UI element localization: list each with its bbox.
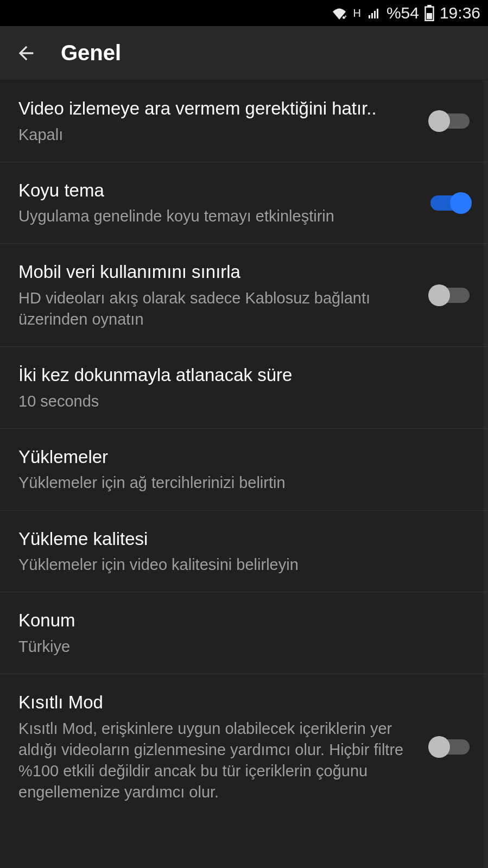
- svg-rect-4: [374, 11, 376, 18]
- setting-restricted-mode[interactable]: Kısıtlı Mod Kısıtlı Mod, erişkinlere uyg…: [0, 674, 488, 819]
- setting-title: Yükleme kalitesi: [18, 527, 459, 552]
- status-bar: H %54 19:36: [0, 0, 488, 26]
- setting-title: Kısıtlı Mod: [18, 690, 420, 715]
- setting-upload-quality[interactable]: Yükleme kalitesi Yüklemeler için video k…: [0, 511, 488, 593]
- setting-limit-mobile-data[interactable]: Mobil veri kullanımını sınırla HD videol…: [0, 244, 488, 347]
- setting-title: Mobil veri kullanımını sınırla: [18, 260, 420, 284]
- scrollbar[interactable]: [484, 80, 488, 868]
- setting-title: Koyu tema: [18, 179, 420, 203]
- status-clock: 19:36: [440, 4, 480, 22]
- svg-rect-8: [427, 13, 432, 19]
- app-bar: Genel: [0, 26, 488, 80]
- toggle-remind-break[interactable]: [430, 113, 470, 129]
- wifi-icon: [331, 7, 347, 20]
- page-title: Genel: [61, 41, 121, 65]
- svg-marker-1: [345, 15, 346, 18]
- svg-rect-2: [369, 15, 370, 18]
- svg-rect-5: [377, 9, 378, 18]
- setting-subtitle: 10 seconds: [18, 391, 459, 412]
- setting-title: Video izlemeye ara vermem gerektiğini ha…: [18, 97, 420, 121]
- setting-subtitle: Kısıtlı Mod, erişkinlere uygun olabilece…: [18, 718, 420, 803]
- svg-point-0: [343, 16, 345, 19]
- setting-subtitle: Yüklemeler için video kalitesini belirle…: [18, 554, 459, 575]
- setting-subtitle: Uygulama genelinde koyu temayı etkinleşt…: [18, 206, 420, 227]
- svg-rect-3: [371, 13, 373, 18]
- setting-subtitle: Yüklemeler için ağ tercihlerinizi belirt…: [18, 472, 459, 493]
- back-arrow-icon[interactable]: [15, 42, 37, 64]
- setting-double-tap-seek[interactable]: İki kez dokunmayla atlanacak süre 10 sec…: [0, 347, 488, 429]
- setting-title: Yüklemeler: [18, 445, 459, 470]
- toggle-restricted-mode[interactable]: [430, 739, 470, 755]
- battery-icon: [424, 5, 434, 21]
- setting-title: Konum: [18, 609, 459, 633]
- battery-percent: %54: [386, 4, 419, 22]
- setting-remind-break[interactable]: Video izlemeye ara vermem gerektiğini ha…: [0, 80, 488, 162]
- settings-list: Video izlemeye ara vermem gerektiğini ha…: [0, 80, 488, 868]
- toggle-limit-mobile-data[interactable]: [430, 288, 470, 303]
- setting-subtitle: Türkiye: [18, 636, 459, 657]
- setting-uploads[interactable]: Yüklemeler Yüklemeler için ağ tercihleri…: [0, 429, 488, 511]
- setting-subtitle: HD videoları akış olarak sadece Kablosuz…: [18, 288, 420, 330]
- setting-title: İki kez dokunmayla atlanacak süre: [18, 363, 459, 388]
- setting-location[interactable]: Konum Türkiye: [0, 592, 488, 674]
- network-type-badge: H: [353, 7, 361, 20]
- setting-dark-theme[interactable]: Koyu tema Uygulama genelinde koyu temayı…: [0, 162, 488, 244]
- toggle-dark-theme[interactable]: [430, 195, 470, 211]
- setting-subtitle: Kapalı: [18, 124, 420, 145]
- signal-icon: [367, 7, 381, 20]
